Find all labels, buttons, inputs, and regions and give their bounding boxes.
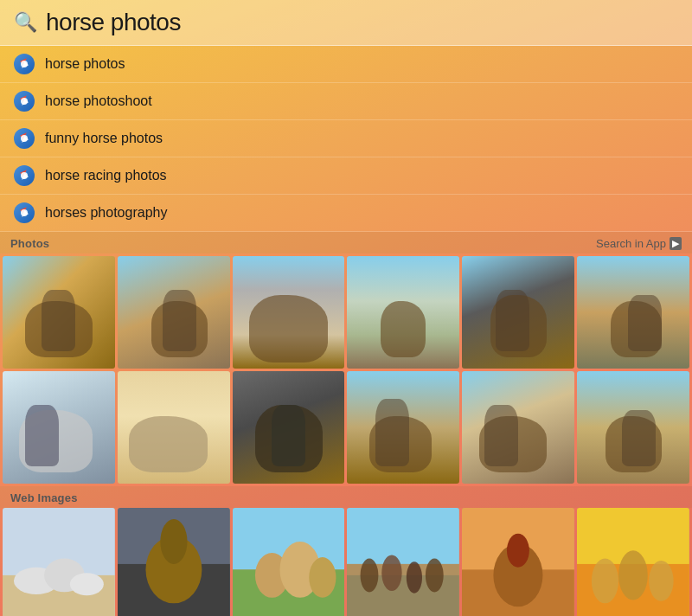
compass-icon-2 — [14, 91, 35, 112]
search-in-app-button[interactable]: Search in App ▶ — [596, 237, 682, 250]
web-cell-2[interactable] — [118, 508, 230, 616]
suggestion-label-2: horse photoshoot — [45, 93, 152, 109]
photo-cell-3[interactable] — [233, 256, 345, 369]
photo-cell-4[interactable] — [347, 256, 459, 369]
web-images-section-header: Web Images — [0, 486, 692, 508]
compass-icon-4 — [14, 165, 35, 186]
svg-point-19 — [407, 561, 422, 593]
search-icon: 🔍 — [14, 11, 37, 34]
photo-cell-5[interactable] — [462, 256, 574, 369]
photo-cell-11[interactable] — [462, 371, 574, 484]
web-images-grid — [0, 508, 692, 616]
svg-point-24 — [507, 534, 529, 568]
search-in-app-arrow-icon: ▶ — [670, 237, 682, 250]
suggestion-label-4: horse racing photos — [45, 168, 167, 183]
web-images-section-title: Web Images — [10, 491, 78, 504]
svg-point-29 — [649, 561, 674, 601]
svg-point-4 — [70, 573, 104, 595]
suggestion-item-5[interactable]: horses photography — [0, 195, 692, 232]
suggestion-label-1: horse photos — [45, 56, 125, 72]
photos-grid — [0, 253, 692, 486]
photo-cell-6[interactable] — [577, 256, 689, 369]
photos-section-title: Photos — [10, 237, 49, 250]
search-bar[interactable]: 🔍 horse photos — [0, 0, 692, 46]
photo-cell-7[interactable] — [3, 371, 115, 484]
suggestion-label-3: funny horse photos — [45, 131, 163, 146]
svg-point-17 — [361, 558, 379, 592]
compass-icon-5 — [14, 202, 35, 223]
search-in-app-label: Search in App — [596, 237, 666, 250]
suggestion-label-5: horses photography — [45, 205, 167, 221]
suggestion-item-4[interactable]: horse racing photos — [0, 157, 692, 195]
photos-section-header: Photos Search in App ▶ — [0, 232, 692, 253]
svg-point-28 — [618, 550, 648, 600]
photo-cell-2[interactable] — [118, 256, 230, 369]
photo-cell-10[interactable] — [347, 371, 459, 484]
web-cell-4[interactable] — [347, 508, 459, 616]
photo-cell-9[interactable] — [233, 371, 345, 484]
web-cell-5[interactable] — [462, 508, 574, 616]
photo-cell-8[interactable] — [118, 371, 230, 484]
svg-point-13 — [309, 557, 336, 598]
web-cell-1[interactable] — [3, 508, 115, 616]
suggestions-list: horse photos horse photoshoot funny hors… — [0, 46, 692, 232]
photo-cell-1[interactable] — [3, 256, 115, 369]
suggestion-item-3[interactable]: funny horse photos — [0, 120, 692, 157]
web-cell-3[interactable] — [233, 508, 345, 616]
web-cell-6[interactable] — [577, 508, 689, 616]
svg-point-18 — [382, 555, 402, 591]
svg-rect-14 — [347, 508, 459, 564]
compass-icon-3 — [14, 128, 35, 149]
svg-point-27 — [592, 558, 618, 603]
svg-point-20 — [426, 558, 444, 592]
suggestion-item-2[interactable]: horse photoshoot — [0, 83, 692, 120]
suggestion-item-1[interactable]: horse photos — [0, 46, 692, 83]
svg-point-8 — [160, 519, 187, 564]
photo-cell-12[interactable] — [577, 371, 689, 484]
compass-icon-1 — [14, 54, 35, 74]
search-query: horse photos — [46, 9, 181, 36]
